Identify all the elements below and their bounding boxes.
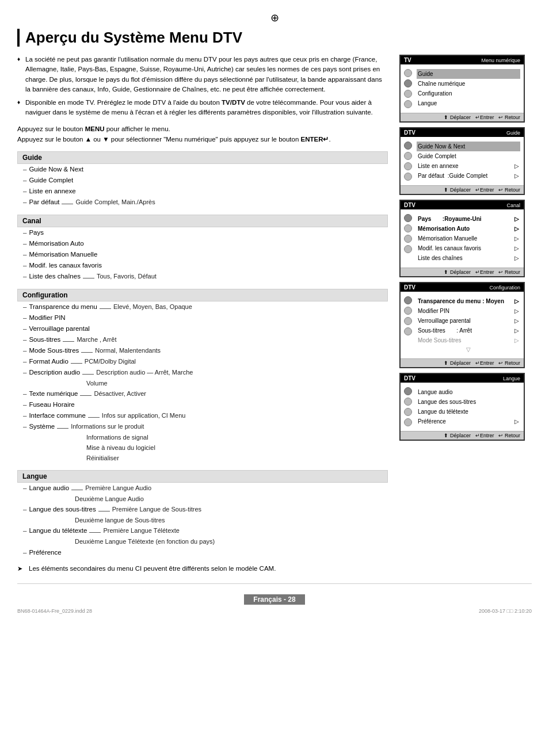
- config-systeme-desc3: Mise à niveau du logiciel: [86, 442, 155, 453]
- canal-item-5: – Liste des chaînes Tous, Favoris, Défau…: [17, 271, 388, 282]
- guide-complet: Guide Complet: [29, 175, 73, 186]
- tv-panel-1: TV Menu numérique Guide Chaîne num: [399, 55, 525, 123]
- config-texte-num: Texte numérique: [29, 388, 78, 399]
- config-transparence: Transparence du menu: [29, 301, 97, 312]
- tv-panel-2-content: Guide Now & Next Guide Complet Liste en …: [401, 137, 524, 185]
- langue-item-3b: Deuxième Langue Télétexte (en fonction d…: [17, 536, 388, 547]
- config-systeme-desc2: Informations de signal: [86, 432, 148, 442]
- nav-retour-1: ↩ Retour: [498, 114, 520, 120]
- dash-14: –: [23, 345, 26, 356]
- main-layout: La société ne peut pas garantir l'utilis…: [17, 55, 532, 572]
- appuyer-text: Appuyez sur le bouton MENU pour afficher…: [17, 124, 388, 145]
- config-item-1: – Transparence du menu Elevé, Moyen, Bas…: [17, 301, 388, 312]
- tv-panel-1-left: TV: [404, 57, 411, 63]
- canal-section-header: Canal: [17, 215, 388, 227]
- config-mode-st-desc: Normal, Malentendants: [95, 345, 161, 356]
- page-footer: Français - 28 BN68-01464A-Fre_0229.indd …: [17, 583, 532, 614]
- note-line: Les éléments secondaires du menu CI peuv…: [17, 565, 388, 572]
- bottom-meta-right: 2008-03-17 □□ 2:10:20: [479, 608, 532, 614]
- nav-retour-2: ↩ Retour: [498, 187, 520, 193]
- tv-p3-item-2: Mémorisation Auto▷: [417, 224, 520, 234]
- tv-panel-4-nav: ⬆ Déplacer ↵Entrer ↩ Retour: [401, 358, 524, 367]
- guide-liste: Liste en annexe: [29, 186, 75, 197]
- config-texte-num-desc: Désactiver, Activer: [94, 388, 146, 399]
- tv-p5-item-1: Langue audio: [417, 387, 520, 397]
- nav-deplacer-2: ⬆ Déplacer: [444, 187, 471, 193]
- nav-deplacer-5: ⬆ Déplacer: [444, 433, 471, 438]
- intro-para2: Disponible en mode TV. Préréglez le mode…: [17, 98, 388, 118]
- intro-text: La société ne peut pas garantir l'utilis…: [17, 55, 388, 118]
- tv-panel-5-header: DTV Langue: [401, 374, 524, 383]
- tv-p4-item-1: Transparence du menu : Moyen▷: [417, 296, 520, 306]
- bottom-meta-left: BN68-01464A-Fre_0229.indd 28: [17, 608, 92, 614]
- config-verrouillage: Verrouillage parental: [29, 323, 90, 334]
- page-number-box: Français - 28: [17, 594, 532, 605]
- canal-item-1: – Pays: [17, 227, 388, 238]
- tv-panel-3-content: Pays :Royaume-Uni▷ Mémorisation Auto▷ Mé…: [401, 209, 524, 268]
- inline-dash-config1: [100, 308, 111, 309]
- langue-teletexte: Langue du télétexte: [29, 525, 87, 536]
- config-item-3: – Verrouillage parental: [17, 323, 388, 334]
- tv-panel-1-content: Guide Chaîne numérique Configuration Lan…: [401, 64, 524, 113]
- langue-sous-titres: Langue des sous-titres: [29, 504, 96, 515]
- dash-15: –: [23, 356, 26, 367]
- guide-item-3: – Liste en annexe: [17, 186, 388, 197]
- config-desc-audio-desc: Description audio — Arrêt, Marche: [96, 367, 193, 377]
- dash-12: –: [23, 323, 26, 334]
- tv-panel-3-nav: ⬆ Déplacer ↵Entrer ↩ Retour: [401, 268, 524, 276]
- langue-item-3: – Langue du télétexte Première Langue Té…: [17, 525, 388, 536]
- inline-dash-canal: [83, 278, 94, 278]
- config-item-11d: Réinitialiser: [17, 453, 388, 463]
- nav-retour-5: ↩ Retour: [498, 433, 520, 438]
- nav-entrer-2: ↵Entrer: [475, 187, 494, 193]
- dash-24: –: [23, 547, 26, 558]
- canal-section: Canal – Pays – Mémorisation Auto – Mémor…: [17, 215, 388, 282]
- inline-dash-lang3: [89, 532, 101, 533]
- inline-dash-lang2: [98, 511, 110, 511]
- tv-panel-3-left: DTV: [404, 202, 415, 208]
- dash-3: –: [23, 186, 26, 197]
- langue-sous-titres-desc2: Deuxième langue de Sous-titres: [75, 515, 165, 525]
- appuyer-line1: Appuyez sur le bouton MENU pour afficher…: [17, 124, 388, 134]
- tv-panel-4-left: DTV: [404, 284, 415, 291]
- nav-entrer-5: ↵Entrer: [475, 433, 494, 438]
- tv-p3-item-1: Pays :Royaume-Uni▷: [417, 214, 520, 224]
- config-transparence-desc: Elevé, Moyen, Bas, Opaque: [113, 301, 192, 312]
- langue-items: – Langue audio Première Langue Audio Deu…: [17, 483, 388, 558]
- configuration-section-header: Configuration: [17, 289, 388, 301]
- page-title: Aperçu du Système Menu DTV: [17, 29, 532, 47]
- nav-deplacer-1: ⬆ Déplacer: [444, 114, 471, 120]
- langue-preference: Préférence: [29, 547, 61, 558]
- nav-deplacer-3: ⬆ Déplacer: [444, 269, 471, 275]
- config-item-9: – Fuseau Horaire: [17, 399, 388, 410]
- tv-p1-item-chaine: Chaîne numérique: [417, 79, 520, 89]
- langue-audio: Langue audio: [29, 483, 69, 494]
- canal-pays: Pays: [29, 227, 44, 238]
- config-format-audio: Format Audio: [29, 356, 68, 367]
- dash-17: –: [23, 388, 26, 399]
- langue-audio-desc2: Deuxième Langue Audio: [75, 494, 144, 504]
- dash-21: –: [23, 483, 26, 494]
- configuration-section: Configuration – Transparence du menu Ele…: [17, 289, 388, 463]
- tv-p2-item-4: Par défaut :Guide Complet▷: [417, 171, 520, 181]
- page-number-label: Français - 28: [244, 594, 304, 605]
- dash-6: –: [23, 238, 26, 249]
- left-column: La société ne peut pas garantir l'utilis…: [17, 55, 388, 572]
- inline-dash-config8: [57, 428, 68, 429]
- canal-memo-auto: Mémorisation Auto: [29, 238, 83, 249]
- compass-top-icon: ⊕: [17, 12, 532, 24]
- tv-p4-item-5: Mode Sous-titres▷: [417, 335, 520, 345]
- tv-panel-5-content: Langue audio Langue des sous-titres Lang…: [401, 383, 524, 431]
- dash-11: –: [23, 312, 26, 323]
- tv-panel-3-header: DTV Canal: [401, 201, 524, 209]
- config-format-audio-desc: PCM/Dolby Digital: [85, 356, 136, 366]
- tv-p1-item-config: Configuration: [417, 89, 520, 98]
- dash-10: –: [23, 301, 26, 312]
- langue-section: Langue – Langue audio Première Langue Au…: [17, 470, 388, 558]
- langue-item-1b: Deuxième Langue Audio: [17, 494, 388, 504]
- intro-para1: La société ne peut pas garantir l'utilis…: [17, 55, 388, 94]
- config-sous-titres-desc: Marche , Arrêt: [77, 334, 116, 345]
- tv-p5-item-4: Préférence▷: [417, 417, 520, 426]
- bottom-meta: BN68-01464A-Fre_0229.indd 28 2008-03-17 …: [17, 608, 532, 614]
- tv-panel-4-right: Configuration: [489, 285, 520, 291]
